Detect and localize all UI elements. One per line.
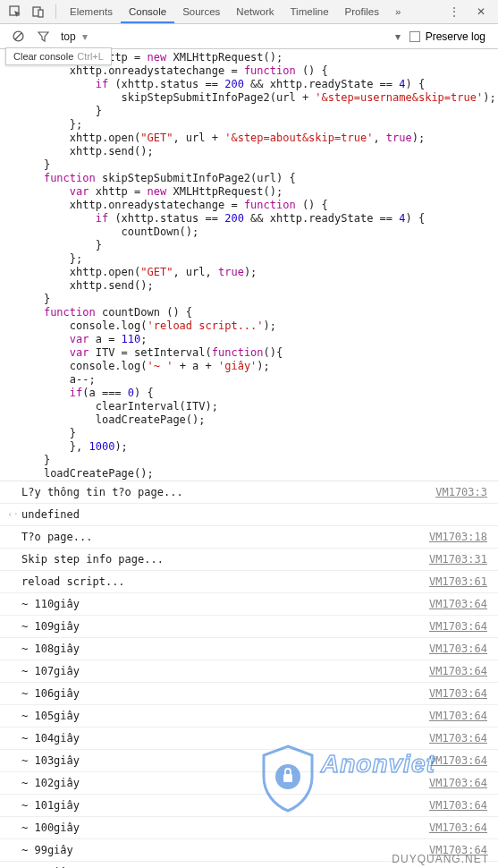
inspect-icon[interactable]: [5, 2, 25, 21]
chevron-down-icon: ▾: [82, 30, 88, 43]
console-message: ~ 105giây: [21, 708, 429, 724]
levels-chevron-icon[interactable]: ▾: [395, 30, 401, 43]
menu-icon[interactable]: ⋮: [444, 2, 464, 21]
console-return-row: ‹·undefined: [0, 504, 498, 526]
console-log-row: T?o page...VM1703:18: [0, 526, 498, 549]
code-line: if(a === 0) {: [18, 387, 498, 400]
tooltip-shortcut: Ctrl+L: [77, 51, 104, 62]
console-message: ~ 98giây: [21, 864, 429, 868]
console-log-row: ~ 103giâyVM1703:64: [0, 750, 498, 772]
code-line: }: [18, 427, 498, 440]
code-line: clearInterval(ITV);: [18, 400, 498, 413]
code-line: };: [18, 118, 498, 132]
console-source-link[interactable]: VM1703:64: [429, 708, 487, 724]
console-toolbar: top ▾ ▾ Preserve log Clear consoleCtrl+L: [0, 24, 498, 49]
code-line: }: [18, 105, 498, 118]
tab-profiles[interactable]: Profiles: [337, 2, 387, 21]
console-source-link[interactable]: VM1703:64: [429, 797, 487, 813]
device-toggle-icon[interactable]: [29, 2, 48, 21]
code-line: if (xhttp.status == 200 && xhttp.readySt…: [18, 212, 498, 226]
console-source-link[interactable]: VM1703:64: [429, 775, 487, 791]
code-line: function countDown () {: [18, 306, 498, 319]
code-line: xhttp.send();: [18, 145, 498, 158]
console-message: ~ 106giây: [21, 685, 429, 702]
console-log-row: L?y thông tin t?o page...VM1703:3: [0, 481, 498, 504]
console-log-row: ~ 104giâyVM1703:64: [0, 728, 498, 750]
code-line: console.log('~ ' + a + 'giây');: [18, 360, 498, 373]
tab-sources[interactable]: Sources: [174, 2, 228, 21]
console-source-link[interactable]: VM1703:31: [429, 551, 487, 567]
filter-icon[interactable]: [34, 28, 52, 46]
code-input-echo: var xhttp = new XMLHttpRequest(); xhttp.…: [0, 49, 498, 481]
tab-timeline[interactable]: Timeline: [283, 2, 337, 21]
console-log-list: L?y thông tin t?o page...VM1703:3‹·undef…: [0, 481, 498, 868]
tabs: ElementsConsoleSourcesNetworkTimelinePro…: [62, 5, 387, 18]
tooltip: Clear consoleCtrl+L: [5, 47, 112, 65]
console-log-row: ~ 108giâyVM1703:64: [0, 638, 498, 660]
console-source-link[interactable]: VM1703:3: [435, 484, 487, 500]
code-line: };: [18, 252, 498, 266]
console-source-link[interactable]: VM1703:18: [429, 529, 487, 545]
console-message: ~ 108giây: [21, 641, 429, 657]
devtools-tab-bar: ElementsConsoleSourcesNetworkTimelinePro…: [0, 0, 498, 24]
console-log-row: Skip step info page...VM1703:31: [0, 549, 498, 571]
code-line: }: [18, 454, 498, 467]
console-message: ~ 102giây: [21, 775, 429, 791]
code-line: var xhttp = new XMLHttpRequest();: [18, 185, 498, 199]
console-message: reload script...: [21, 574, 429, 590]
code-line: }: [18, 293, 498, 306]
code-line: xhttp.send();: [18, 279, 498, 293]
footer-brand: DUYQUANG.NET: [392, 853, 489, 865]
clear-console-icon[interactable]: [9, 28, 27, 46]
console-message: ~ 101giây: [21, 797, 429, 813]
console-message: ~ 99giây: [21, 842, 429, 858]
console-log-row: ~ 101giâyVM1703:64: [0, 795, 498, 817]
console-source-link[interactable]: VM1703:64: [429, 730, 487, 746]
console-source-link[interactable]: VM1703:64: [429, 820, 487, 836]
console-log-row: reload script...VM1703:61: [0, 571, 498, 593]
code-line: xhttp.onreadystatechange = function () {: [18, 64, 498, 78]
console-message: ~ 110giây: [21, 596, 429, 612]
code-line: xhttp.open("GET", url, true);: [18, 266, 498, 279]
console-message: ~ 100giây: [21, 820, 429, 836]
console-source-link[interactable]: VM1703:64: [429, 663, 487, 679]
context-label: top: [61, 30, 76, 43]
tab-elements[interactable]: Elements: [62, 2, 121, 21]
console-message: ~ 107giây: [21, 663, 429, 679]
console-message: undefined: [21, 506, 491, 523]
console-message: T?o page...: [21, 529, 429, 545]
context-selector[interactable]: top ▾: [61, 30, 88, 43]
code-line: xhttp.onreadystatechange = function () {: [18, 199, 498, 212]
code-line: }, 1000);: [18, 440, 498, 454]
console-message: Skip step info page...: [21, 551, 429, 567]
console-source-link[interactable]: VM1703:64: [429, 618, 487, 634]
console-source-link[interactable]: VM1703:64: [429, 685, 487, 702]
separator: [55, 4, 56, 19]
overflow-tabs[interactable]: »: [387, 2, 409, 21]
tab-network[interactable]: Network: [228, 2, 282, 21]
console-source-link[interactable]: VM1703:64: [429, 641, 487, 657]
console-source-link[interactable]: VM1703:64: [429, 596, 487, 612]
tab-console[interactable]: Console: [121, 2, 174, 23]
svg-line-4: [14, 33, 21, 39]
code-line: function skipStepSubmitInfoPage2(url) {: [18, 172, 498, 185]
console-log-row: ~ 105giâyVM1703:64: [0, 705, 498, 728]
code-line: if (xhttp.status == 200 && xhttp.readySt…: [18, 78, 498, 91]
code-line: var a = 110;: [18, 333, 498, 346]
preserve-log-toggle[interactable]: Preserve log: [409, 30, 485, 43]
console-message: L?y thông tin t?o page...: [21, 484, 435, 500]
console-log-row: ~ 109giâyVM1703:64: [0, 616, 498, 638]
console-message: ~ 109giây: [21, 618, 429, 634]
console-log-row: ~ 107giâyVM1703:64: [0, 660, 498, 683]
console-source-link[interactable]: VM1703:61: [429, 574, 487, 590]
console-log-row: ~ 106giâyVM1703:64: [0, 683, 498, 705]
svg-rect-2: [38, 10, 43, 17]
console-message: ~ 103giây: [21, 753, 429, 769]
close-icon[interactable]: ✕: [471, 2, 491, 21]
code-line: }: [18, 158, 498, 172]
code-line: skipStepSubmitInfoPage2(url + '&step=use…: [18, 91, 498, 105]
console-source-link[interactable]: VM1703:64: [429, 753, 487, 769]
code-line: loadCreatePage();: [18, 467, 498, 481]
code-line: a--;: [18, 373, 498, 387]
preserve-log-label: Preserve log: [426, 30, 485, 43]
